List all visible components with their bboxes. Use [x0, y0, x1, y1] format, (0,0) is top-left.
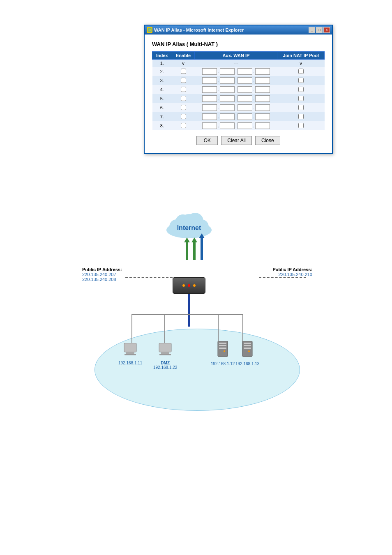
ip-octet-6-4[interactable]: [255, 104, 270, 111]
router-device: [173, 277, 205, 294]
ip-octet-6-3[interactable]: [238, 104, 252, 111]
dmz-label: DMZ192.168.1.22: [153, 361, 177, 370]
row-3-join-nat[interactable]: [277, 76, 325, 85]
row-1-join-nat[interactable]: v: [277, 60, 325, 67]
col-header-index: Index: [152, 52, 172, 60]
pc1-icon: [123, 343, 138, 357]
row-6-join-nat[interactable]: [277, 103, 325, 112]
join-nat-checkbox-3[interactable]: [298, 78, 304, 83]
svg-rect-14: [219, 343, 226, 344]
row-2-enable[interactable]: [172, 67, 195, 76]
join-nat-checkbox-6[interactable]: [298, 105, 304, 110]
row-6-index: 6.: [152, 103, 172, 112]
row-7-enable[interactable]: [172, 112, 195, 121]
ip-octet-8-4[interactable]: [255, 122, 270, 129]
join-nat-checkbox-2[interactable]: [298, 69, 304, 74]
ip-octet-4-3[interactable]: [238, 86, 252, 93]
enable-checkbox-3[interactable]: [181, 78, 186, 83]
ip-octet-2-4[interactable]: [255, 68, 270, 75]
row-3-enable[interactable]: [172, 76, 195, 85]
enable-checkbox-4[interactable]: [181, 87, 186, 92]
row-2-ip[interactable]: ...: [195, 67, 277, 76]
row-8-join-nat[interactable]: [277, 121, 325, 130]
ip-octet-7-3[interactable]: [238, 113, 252, 120]
ip-octet-3-4[interactable]: [255, 77, 270, 84]
row-4-join-nat[interactable]: [277, 85, 325, 94]
row-2-join-nat[interactable]: [277, 67, 325, 76]
svg-text:Internet: Internet: [177, 224, 201, 231]
router-light-3: [193, 284, 196, 287]
row-5-enable[interactable]: [172, 94, 195, 103]
h-line-right: [189, 314, 242, 315]
ip-octet-8-1[interactable]: [202, 122, 217, 129]
ip-octet-3-3[interactable]: [238, 77, 252, 84]
svg-rect-21: [244, 348, 251, 349]
row-4-enable[interactable]: [172, 85, 195, 94]
enable-checkbox-2[interactable]: [181, 69, 186, 74]
dmz-icon: [158, 343, 173, 357]
ip-octet-7-1[interactable]: [202, 113, 217, 120]
join-nat-checkbox-5[interactable]: [298, 96, 304, 101]
arrow-green-2: [191, 237, 197, 260]
ip-octet-8-3[interactable]: [238, 122, 252, 129]
join-nat-checkbox-7[interactable]: [298, 114, 304, 119]
ip-octet-4-4[interactable]: [255, 86, 270, 93]
row-8-index: 8.: [152, 121, 172, 130]
row-8-enable[interactable]: [172, 121, 195, 130]
ip-octet-2-1[interactable]: [202, 68, 217, 75]
row-3-ip[interactable]: ...: [195, 76, 277, 85]
ok-button[interactable]: OK: [196, 136, 218, 145]
device-server2: 192.168.1.13: [235, 341, 259, 366]
v-line-server2: [242, 314, 243, 343]
dashed-line-right: [259, 277, 306, 278]
row-6-ip[interactable]: ...: [195, 103, 277, 112]
ip-octet-4-1[interactable]: [202, 86, 217, 93]
ip-octet-7-4[interactable]: [255, 113, 270, 120]
row-7-ip[interactable]: ...: [195, 112, 277, 121]
clear-all-button[interactable]: Clear All: [221, 136, 252, 145]
svg-point-17: [224, 350, 225, 352]
row-5-ip[interactable]: ...: [195, 94, 277, 103]
svg-rect-20: [244, 345, 251, 346]
col-header-join-nat: Join NAT IP Pool: [277, 52, 325, 60]
ip-octet-6-1[interactable]: [202, 104, 217, 111]
row-6-enable[interactable]: [172, 103, 195, 112]
page-title: WAN IP Alias ( Multi-NAT ): [152, 41, 325, 47]
row-7-join-nat[interactable]: [277, 112, 325, 121]
enable-checkbox-8[interactable]: [181, 123, 186, 128]
row-8-ip[interactable]: ...: [195, 121, 277, 130]
ip-octet-7-2[interactable]: [220, 113, 235, 120]
public-ip-left: Public IP Address: 220.135.240.207 220.1…: [82, 267, 122, 282]
row-2-index: 2.: [152, 67, 172, 76]
row-1-ip[interactable]: ---: [195, 60, 277, 67]
ip-octet-2-2[interactable]: [220, 68, 235, 75]
enable-checkbox-7[interactable]: [181, 114, 186, 119]
pc1-label: 192.168.1.11: [118, 361, 142, 365]
join-nat-checkbox-4[interactable]: [298, 87, 304, 92]
close-window-button[interactable]: X: [323, 27, 330, 33]
close-button[interactable]: Close: [255, 136, 280, 145]
ip-octet-5-3[interactable]: [238, 95, 252, 102]
enable-checkbox-6[interactable]: [181, 105, 186, 110]
row-4-ip[interactable]: ...: [195, 85, 277, 94]
device-pc1: 192.168.1.11: [118, 343, 142, 365]
minimize-button[interactable]: _: [309, 27, 315, 33]
maximize-button[interactable]: □: [316, 27, 323, 33]
ip-octet-5-2[interactable]: [220, 95, 235, 102]
join-nat-checkbox-8[interactable]: [298, 123, 304, 128]
svg-rect-9: [125, 354, 136, 355]
ip-octet-2-3[interactable]: [238, 68, 252, 75]
ip-octet-8-2[interactable]: [220, 122, 235, 129]
ip-octet-3-1[interactable]: [202, 77, 217, 84]
row-5-join-nat[interactable]: [277, 94, 325, 103]
ip-octet-4-2[interactable]: [220, 86, 235, 93]
pub-ip-left-label: Public IP Address:: [82, 267, 122, 272]
titlebar-controls[interactable]: _ □ X: [309, 27, 330, 33]
upload-arrows: [184, 233, 205, 260]
ip-octet-5-1[interactable]: [202, 95, 217, 102]
ip-octet-6-2[interactable]: [220, 104, 235, 111]
row-1-enable[interactable]: v: [172, 60, 195, 67]
enable-checkbox-5[interactable]: [181, 96, 186, 101]
ip-octet-5-4[interactable]: [255, 95, 270, 102]
ip-octet-3-2[interactable]: [220, 77, 235, 84]
